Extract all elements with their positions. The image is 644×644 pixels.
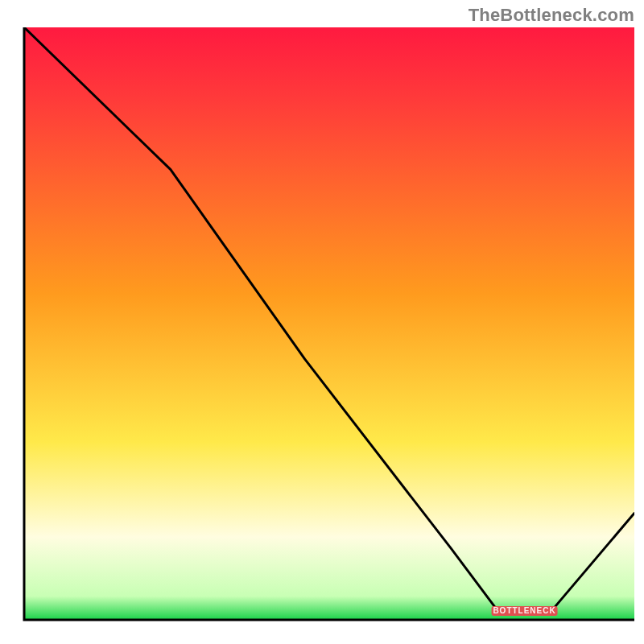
bottleneck-marker-label: BOTTLENECK (493, 606, 555, 615)
chart-svg: BOTTLENECK (0, 0, 644, 644)
chart-canvas: TheBottleneck.com BOTTLENECK (0, 0, 644, 644)
bottleneck-marker: BOTTLENECK (492, 606, 558, 616)
